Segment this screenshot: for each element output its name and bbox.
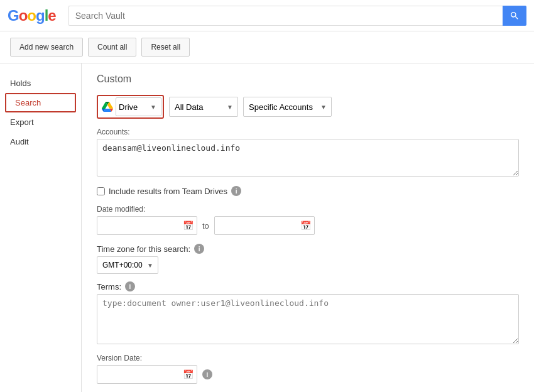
drive-select-inner: Drive Mail Groups ▼: [99, 97, 161, 116]
accounts-section: Accounts: deansam@liveonlinecloud.info: [97, 128, 519, 178]
data-select-wrapper: All Data Held Data ▼: [169, 97, 238, 117]
accounts-label: Accounts:: [97, 128, 519, 136]
timezone-label: Time zone for this search:: [97, 244, 190, 254]
terms-textarea[interactable]: type:document owner:user1@liveonlineclou…: [97, 294, 519, 344]
timezone-select[interactable]: GMT+00:00: [97, 256, 158, 274]
vault-search-button[interactable]: [503, 6, 526, 26]
source-select[interactable]: Drive Mail Groups: [116, 97, 161, 116]
sidebar: Holds Search Export Audit: [0, 63, 82, 392]
drive-select-highlight: Drive Mail Groups ▼: [97, 95, 164, 119]
search-bar-container: [68, 6, 526, 26]
add-new-search-button[interactable]: Add new search: [10, 38, 83, 57]
team-drives-checkbox[interactable]: [97, 187, 105, 195]
data-select[interactable]: All Data Held Data: [169, 97, 238, 117]
scope-select-wrapper: Specific Accounts All Accounts ▼: [243, 97, 332, 117]
team-drives-label: Include results from Team Drives: [109, 187, 227, 196]
date-row: 📅 to 📅: [97, 216, 519, 235]
sidebar-item-export[interactable]: Export: [0, 112, 81, 132]
version-date-input[interactable]: [97, 365, 197, 384]
timezone-select-wrapper: GMT+00:00 ▼: [97, 256, 158, 274]
timezone-info-icon[interactable]: i: [194, 244, 204, 254]
date-from-input[interactable]: [97, 216, 197, 235]
version-date-wrapper: 📅: [97, 365, 197, 384]
drive-icon: [102, 101, 113, 112]
version-date-row: 📅 i: [97, 365, 519, 384]
version-date-info-icon[interactable]: i: [202, 369, 212, 379]
to-label: to: [202, 221, 209, 231]
sidebar-item-holds[interactable]: Holds: [0, 74, 81, 93]
timezone-label-row: Time zone for this search: i: [97, 244, 519, 254]
date-modified-label: Date modified:: [97, 205, 519, 214]
team-drives-info-icon[interactable]: i: [231, 186, 241, 196]
action-bar: Add new search Count all Reset all: [0, 31, 534, 63]
count-all-button[interactable]: Count all: [88, 38, 136, 57]
filter-row: Drive Mail Groups ▼ All Data Held Data ▼: [97, 95, 519, 119]
terms-label: Terms:: [97, 282, 121, 291]
date-from-wrapper: 📅: [97, 216, 197, 235]
main-layout: Holds Search Export Audit Custom: [0, 63, 534, 392]
search-icon: [509, 11, 520, 21]
date-to-input[interactable]: [214, 216, 315, 235]
date-to-wrapper: 📅: [214, 216, 315, 235]
team-drives-row: Include results from Team Drives i: [97, 186, 519, 196]
section-title: Custom: [97, 74, 519, 85]
google-logo: Google: [8, 7, 56, 24]
date-modified-section: Date modified: 📅 to 📅: [97, 205, 519, 235]
content-area: Custom Drive Mail: [82, 63, 534, 392]
terms-label-row: Terms: i: [97, 281, 519, 291]
version-date-section: Version Date: 📅 i: [97, 354, 519, 384]
reset-all-button[interactable]: Reset all: [141, 38, 190, 57]
sidebar-item-search[interactable]: Search: [5, 93, 76, 112]
vault-search-input[interactable]: [68, 6, 503, 26]
accounts-textarea[interactable]: deansam@liveonlinecloud.info: [97, 139, 519, 177]
terms-info-icon[interactable]: i: [125, 281, 135, 291]
terms-section: Terms: i type:document owner:user1@liveo…: [97, 281, 519, 346]
timezone-section: Time zone for this search: i GMT+00:00 ▼: [97, 244, 519, 274]
scope-select[interactable]: Specific Accounts All Accounts: [243, 97, 332, 117]
version-date-label: Version Date:: [97, 354, 519, 362]
sidebar-item-audit[interactable]: Audit: [0, 132, 81, 151]
top-bar: Google: [0, 0, 534, 31]
